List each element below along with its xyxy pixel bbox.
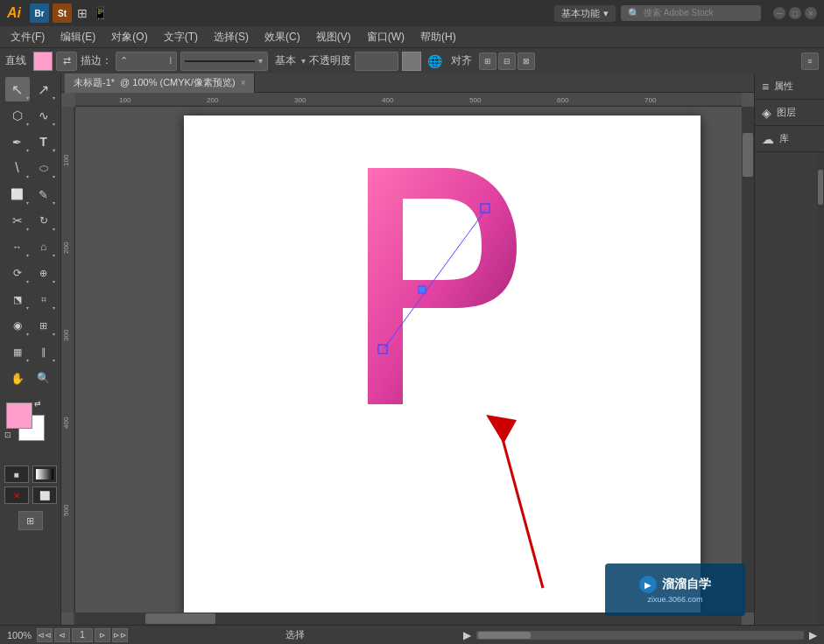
more-options-icon[interactable]: ≡ <box>801 52 819 70</box>
tool-free-transform[interactable]: ⊕▾ <box>32 261 56 285</box>
menu-window[interactable]: 窗口(W) <box>360 28 412 46</box>
nav-prev-button[interactable]: ⊲ <box>54 628 70 642</box>
tool-gradient[interactable]: ◉▾ <box>5 313 30 338</box>
device-icon[interactable]: 📱 <box>93 6 108 20</box>
menu-help[interactable]: 帮助(H) <box>413 28 463 46</box>
stock-icon[interactable]: St <box>53 4 72 23</box>
color-mode-gradient[interactable] <box>32 466 57 483</box>
tool-row-6: ✂▾ ↻▾ <box>5 208 56 233</box>
fill-color-swatch[interactable] <box>33 52 53 71</box>
svg-text:500: 500 <box>469 96 482 104</box>
tool-ellipse[interactable]: ⬭▾ <box>32 156 56 180</box>
tool-zoom[interactable]: 🔍 <box>32 366 56 390</box>
svg-text:400: 400 <box>382 96 394 104</box>
panel-tab-library[interactable]: ☁ 库 <box>755 126 824 152</box>
left-toolbar: ↖▾ ↗▾ ⬡▾ ∿▾ ✒▾ T▾ \▾ ⬭▾ ⬜▾ ✎▾ ✂▾ ↻▾ ↔▾ ⌂… <box>0 74 61 625</box>
stock-search-box[interactable]: 🔍 搜索 Adobe Stock <box>621 5 761 21</box>
tool-line[interactable]: \▾ <box>5 156 30 180</box>
tab-info: @ 100% (CMYK/像素预览) <box>120 76 236 89</box>
menu-edit[interactable]: 编辑(E) <box>53 28 102 46</box>
bridge-icon[interactable]: Br <box>30 4 49 23</box>
status-right-arrow[interactable]: ▶ <box>809 629 817 641</box>
vscroll-thumb[interactable] <box>743 133 753 177</box>
align-right-icon[interactable]: ⊠ <box>518 52 535 70</box>
close-button[interactable]: × <box>805 7 817 19</box>
panel-scrollbar[interactable] <box>817 152 824 625</box>
swap-colors-button[interactable]: ⇄ <box>56 52 77 71</box>
svg-text:100: 100 <box>62 154 70 166</box>
tool-shear[interactable]: ⌂▾ <box>32 234 56 259</box>
hscroll-thumb[interactable] <box>145 613 215 624</box>
panel-tab-properties[interactable]: ≡ 属性 <box>755 74 824 100</box>
menu-view[interactable]: 视图(V) <box>309 28 358 46</box>
panel-scroll-thumb[interactable] <box>818 170 823 205</box>
stroke-spinner: ⁞ <box>169 55 173 66</box>
nav-first-button[interactable]: ⊲⊲ <box>37 628 53 642</box>
canvas-tab-1[interactable]: 未标题-1* @ 100% (CMYK/像素预览) × <box>65 74 255 93</box>
tool-lasso[interactable]: ∿▾ <box>32 103 56 128</box>
maximize-button[interactable]: □ <box>789 7 801 19</box>
page-number[interactable]: 1 <box>72 628 93 642</box>
tool-hand[interactable]: ✋ <box>5 366 30 390</box>
tool-live-paint[interactable]: ▦▾ <box>5 340 30 364</box>
swap-colors-icon[interactable]: ⇄ <box>34 399 41 408</box>
stroke-label: 描边： <box>81 53 112 68</box>
layers-label: 图层 <box>777 106 796 119</box>
tool-warp[interactable]: ⟳▾ <box>5 261 30 285</box>
tool-type[interactable]: T▾ <box>32 130 56 154</box>
canvas-scroll-area[interactable]: 100 200 300 400 500 600 700 100 200 300 … <box>61 93 754 625</box>
panel-tab-layers[interactable]: ◈ 图层 <box>755 100 824 126</box>
canvas-area: 未标题-1* @ 100% (CMYK/像素预览) × 100 200 300 … <box>61 74 754 625</box>
options-toolbar: 直线 ⇄ 描边： ⌃ ⁞ ▾ 基本 ▾ 不透明度 🌐 对齐 ⊞ ⊟ ⊠ ≡ <box>0 47 824 74</box>
stroke-input[interactable]: ⌃ ⁞ <box>116 52 177 71</box>
menu-file[interactable]: 文件(F) <box>4 28 52 46</box>
status-scroll-bar[interactable] <box>476 631 804 640</box>
globe-icon[interactable]: 🌐 <box>425 52 444 71</box>
tab-title: 未标题-1* <box>74 76 115 89</box>
align-center-icon[interactable]: ⊟ <box>498 52 516 70</box>
tool-mesh[interactable]: ⊞▾ <box>32 313 56 338</box>
tool-rect[interactable]: ⬜▾ <box>5 182 30 206</box>
tool-pen[interactable]: ✒▾ <box>5 130 30 154</box>
tool-name-label: 直线 <box>5 53 26 68</box>
color-box2[interactable] <box>402 52 421 71</box>
canvas-vscrollbar[interactable] <box>742 107 754 612</box>
style-box[interactable] <box>355 52 398 71</box>
tool-rotate[interactable]: ↻▾ <box>32 208 56 233</box>
color-mode-none[interactable]: ✕ <box>4 486 29 504</box>
menu-select[interactable]: 选择(S) <box>207 28 256 46</box>
tool-magic-wand[interactable]: ⬡▾ <box>5 103 30 128</box>
grid-view-icon[interactable]: ⊞ <box>77 6 88 20</box>
tool-scissors[interactable]: ✂▾ <box>5 208 30 233</box>
minimize-button[interactable]: ─ <box>773 7 785 19</box>
tool-row-7: ↔▾ ⌂▾ <box>5 234 56 259</box>
artboard-button[interactable]: ⊞ <box>6 511 55 530</box>
color-mode-solid[interactable]: ■ <box>4 466 29 483</box>
default-colors-icon[interactable]: ⊡ <box>4 430 11 439</box>
tool-scale[interactable]: ↔▾ <box>5 234 30 259</box>
screen-mode-button[interactable]: ⬜ <box>32 486 57 504</box>
main-area: ↖▾ ↗▾ ⬡▾ ∿▾ ✒▾ T▾ \▾ ⬭▾ ⬜▾ ✎▾ ✂▾ ↻▾ ↔▾ ⌂… <box>0 74 824 625</box>
stroke-style-selector[interactable]: ▾ <box>180 52 268 71</box>
menu-effect[interactable]: 效果(C) <box>257 28 307 46</box>
tab-close-button[interactable]: × <box>241 78 246 88</box>
tool-row-12: ✋ 🔍 <box>5 366 56 390</box>
play-button[interactable]: ▶ <box>463 629 471 641</box>
nav-next-button[interactable]: ⊳ <box>95 628 110 642</box>
tool-shape-builder[interactable]: ⬔▾ <box>5 287 30 312</box>
basic-section: 基本 ▾ <box>271 53 306 68</box>
tool-paintbrush[interactable]: ✎▾ <box>32 182 56 206</box>
tool-select[interactable]: ↖▾ <box>5 77 30 102</box>
tool-perspective[interactable]: ⌗▾ <box>32 287 56 312</box>
align-left-icon[interactable]: ⊞ <box>479 52 497 70</box>
library-icon: ☁ <box>762 132 774 146</box>
tool-row-5: ⬜▾ ✎▾ <box>5 182 56 206</box>
menu-object[interactable]: 对象(O) <box>104 28 154 46</box>
nav-last-button[interactable]: ⊳⊳ <box>112 628 128 642</box>
tool-direct-select[interactable]: ↗▾ <box>32 77 56 102</box>
basic-chevron: ▾ <box>301 56 306 66</box>
foreground-color-box[interactable] <box>6 402 32 429</box>
workspace-selector[interactable]: 基本功能 ▾ <box>554 5 616 22</box>
tool-bar-graph[interactable]: ∥▾ <box>32 340 56 364</box>
menu-text[interactable]: 文字(T) <box>157 28 205 46</box>
